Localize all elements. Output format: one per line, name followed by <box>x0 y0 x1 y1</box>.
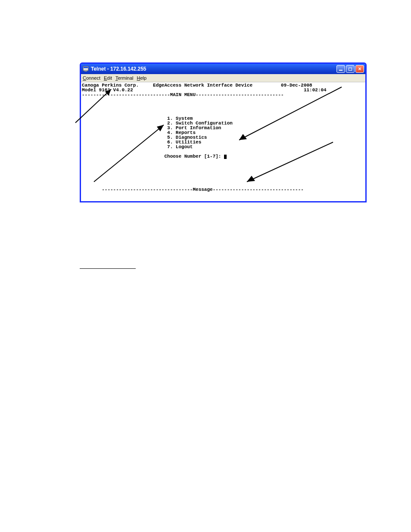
window-buttons: × <box>336 65 364 73</box>
telnet-window: Telnet - 172.16.142.255 × Connect Edit T… <box>80 62 367 202</box>
svg-rect-2 <box>84 71 87 72</box>
menu-edit[interactable]: Edit <box>104 75 112 81</box>
divider-main: -------------------------------MAIN MENU… <box>82 92 284 97</box>
menu-item-7: 7. Logout <box>167 144 193 149</box>
menu-label: dit <box>107 75 112 81</box>
close-button[interactable]: × <box>355 65 364 73</box>
menu-label: onnect <box>86 75 100 81</box>
menu-terminal[interactable]: Terminal <box>115 75 134 81</box>
menu-label: elp <box>140 75 146 81</box>
app-icon <box>83 66 89 72</box>
menu-help[interactable]: Help <box>137 75 147 81</box>
menubar: Connect Edit Terminal Help <box>81 74 365 82</box>
header-time: 11:02:04 <box>304 87 327 93</box>
svg-rect-1 <box>84 67 88 68</box>
titlebar[interactable]: Telnet - 172.16.142.255 × <box>81 64 365 74</box>
minimize-button[interactable] <box>336 65 345 73</box>
window-title: Telnet - 172.16.142.255 <box>91 66 336 72</box>
prompt: Choose Number [1-7]: <box>164 154 224 159</box>
menu-label: erminal <box>118 75 133 81</box>
maximize-button[interactable] <box>346 65 355 73</box>
cursor-icon <box>224 155 227 159</box>
terminal-area[interactable]: Canoga Perkins Corp. EdgeAccess Network … <box>81 82 365 201</box>
header-device: EdgeAccess Network Interface Device <box>153 83 252 88</box>
page-rule <box>80 268 136 269</box>
menu-connect[interactable]: Connect <box>83 75 100 81</box>
divider-message: --------------------------------Message-… <box>102 187 304 192</box>
